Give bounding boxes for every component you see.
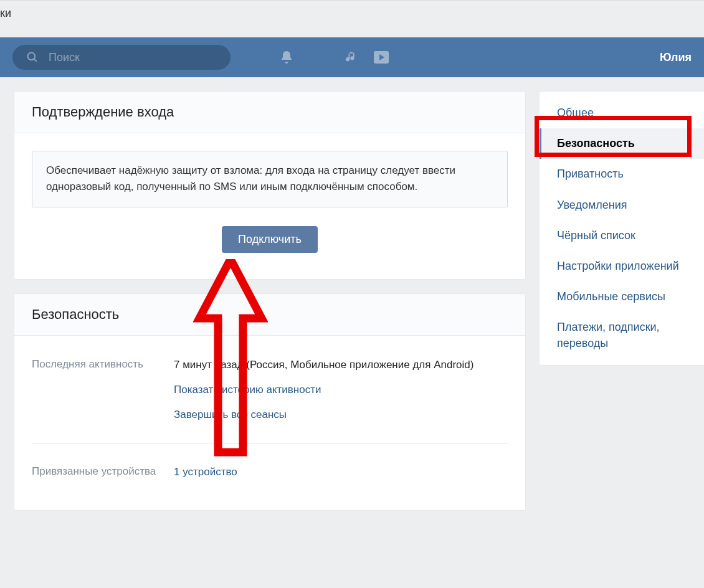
card-title-confirm: Подтверждение входа xyxy=(32,104,508,120)
sidebar-item-privacy[interactable]: Приватность xyxy=(540,159,704,189)
sidebar-item-notifications[interactable]: Уведомления xyxy=(540,190,704,220)
sidebar-item-label: Приватность xyxy=(557,168,624,180)
settings-sidebar: Общее Безопасность Приватность Уведомлен… xyxy=(540,91,704,366)
video-play-icon[interactable] xyxy=(373,49,390,66)
last-activity-value: 7 минут назад (Россия, Мобильное приложе… xyxy=(174,359,473,371)
sidebar-item-label: Общее xyxy=(557,107,594,119)
music-icon[interactable] xyxy=(343,49,360,66)
svg-line-1 xyxy=(34,59,37,62)
login-confirmation-card: Подтверждение входа Обеспечивает надёжну… xyxy=(14,91,526,280)
breadcrumb-text: ки xyxy=(0,7,11,19)
svg-point-0 xyxy=(28,53,36,60)
search-box[interactable] xyxy=(12,45,231,70)
devices-label: Привязанные устройства xyxy=(32,464,174,480)
devices-link[interactable]: 1 устройство xyxy=(174,464,237,480)
breadcrumb-fragment: ки xyxy=(0,0,704,37)
last-activity-label: Последняя активность xyxy=(32,357,174,424)
top-nav: Юлия xyxy=(0,37,704,77)
sidebar-item-payments[interactable]: Платежи, подписки, переводы xyxy=(540,312,704,358)
sidebar-item-blacklist[interactable]: Чёрный список xyxy=(540,220,704,251)
sidebar-item-label: Чёрный список xyxy=(557,229,635,242)
nav-username[interactable]: Юлия xyxy=(660,51,692,64)
end-sessions-link[interactable]: Завершить все сеансы xyxy=(174,407,287,423)
connect-button[interactable]: Подключить xyxy=(222,226,318,253)
sidebar-item-general[interactable]: Общее xyxy=(540,98,704,128)
sidebar-item-app-settings[interactable]: Настройки приложений xyxy=(540,251,704,282)
search-icon xyxy=(24,49,41,66)
info-box: Обеспечивает надёжную защиту от взлома: … xyxy=(32,151,508,207)
sidebar-item-label: Безопасность xyxy=(557,137,635,149)
bell-icon[interactable] xyxy=(278,49,295,66)
sidebar-item-label: Мобильные сервисы xyxy=(557,290,665,303)
sidebar-item-mobile[interactable]: Мобильные сервисы xyxy=(540,282,704,312)
search-input[interactable] xyxy=(49,51,219,64)
sidebar-item-label: Платежи, подписки, переводы xyxy=(557,321,660,349)
sidebar-item-security[interactable]: Безопасность xyxy=(540,128,704,159)
card-title-security: Безопасность xyxy=(32,306,508,323)
divider xyxy=(32,443,508,444)
sidebar-item-label: Настройки приложений xyxy=(557,260,679,272)
security-card: Безопасность Последняя активность 7 мину… xyxy=(14,293,526,511)
sidebar-item-label: Уведомления xyxy=(557,199,627,211)
show-history-link[interactable]: Показать историю активности xyxy=(174,382,321,398)
